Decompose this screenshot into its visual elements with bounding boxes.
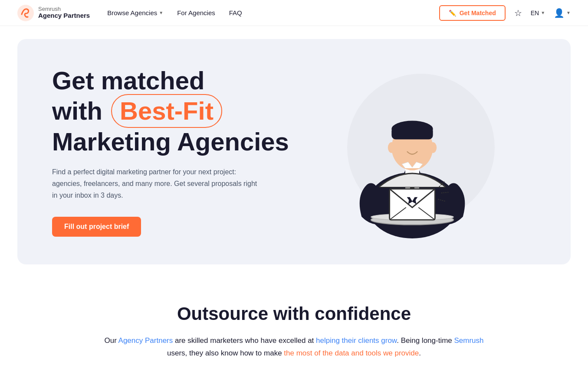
browse-agencies-chevron-icon: ▼ — [159, 10, 163, 15]
svg-point-16 — [388, 142, 395, 153]
browse-agencies-link[interactable]: Browse Agencies ▼ — [107, 9, 163, 16]
svg-point-17 — [429, 142, 437, 153]
waiter-illustration — [334, 65, 490, 238]
logo-link[interactable]: Semrush Agency Partners — [17, 5, 90, 21]
hero-title: Get matched with Best-Fit Marketing Agen… — [52, 67, 321, 156]
hero-content: Get matched with Best-Fit Marketing Agen… — [52, 67, 321, 237]
pencil-icon: ✏️ — [449, 10, 456, 16]
nav-right: ✏️ Get Matched ☆ EN ▼ 👤 ▼ — [439, 5, 571, 21]
best-fit-badge: Best-Fit — [111, 94, 222, 128]
main-nav: Semrush Agency Partners Browse Agencies … — [0, 0, 588, 26]
outsource-subtitle: Our Agency Partners are skilled marketer… — [99, 335, 489, 360]
favorites-star-icon[interactable]: ☆ — [514, 8, 522, 18]
hero-illustration — [321, 61, 503, 243]
for-agencies-link[interactable]: For Agencies — [177, 9, 215, 16]
logo-text: Semrush Agency Partners — [38, 6, 90, 20]
faq-link[interactable]: FAQ — [229, 9, 242, 16]
get-matched-button[interactable]: ✏️ Get Matched — [439, 5, 506, 21]
outsource-section: Outsource with confidence Our Agency Par… — [0, 277, 588, 365]
agency-partners-label: Agency Partners — [38, 12, 90, 20]
svg-rect-15 — [391, 127, 433, 140]
hero-section: Get matched with Best-Fit Marketing Agen… — [17, 39, 571, 264]
user-account-button[interactable]: 👤 ▼ — [554, 8, 571, 18]
user-chevron-icon: ▼ — [566, 10, 571, 15]
outsource-title: Outsource with confidence — [17, 303, 571, 324]
semrush-label: Semrush — [38, 6, 90, 12]
person-icon: 👤 — [554, 8, 565, 18]
semrush-logo-icon — [17, 5, 34, 21]
language-selector[interactable]: EN ▼ — [531, 10, 545, 16]
lang-chevron-icon: ▼ — [541, 10, 545, 15]
nav-links: Browse Agencies ▼ For Agencies FAQ — [107, 9, 439, 16]
fill-brief-button[interactable]: Fill out project brief — [52, 217, 141, 237]
hero-subtitle: Find a perfect digital marketing partner… — [52, 166, 260, 202]
